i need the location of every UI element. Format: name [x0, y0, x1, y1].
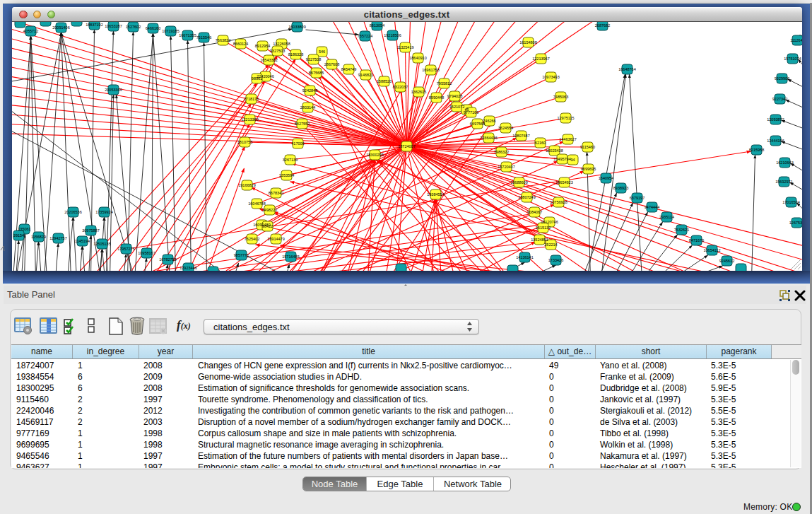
- svg-text:39154: 39154: [13, 233, 23, 238]
- svg-text:16210643: 16210643: [776, 160, 793, 165]
- svg-text:15716485: 15716485: [282, 255, 299, 259]
- svg-text:4055712: 4055712: [23, 29, 37, 33]
- svg-text:11325419: 11325419: [396, 45, 413, 49]
- svg-text:14463627: 14463627: [559, 137, 576, 141]
- svg-text:12093872: 12093872: [767, 117, 784, 122]
- svg-text:62160: 62160: [534, 141, 545, 145]
- svg-text:7485063: 7485063: [553, 95, 567, 99]
- svg-text:12975115: 12975115: [557, 116, 574, 120]
- svg-text:19218506: 19218506: [384, 33, 401, 37]
- svg-text:6466160: 6466160: [145, 26, 160, 30]
- svg-text:16914479: 16914479: [267, 237, 284, 241]
- svg-text:98961: 98961: [251, 76, 261, 81]
- svg-text:14136141: 14136141: [516, 255, 533, 259]
- svg-text:9242848: 9242848: [302, 88, 317, 93]
- svg-text:12444156: 12444156: [767, 139, 784, 143]
- svg-text:8813054: 8813054: [369, 23, 384, 28]
- svg-text:15720407: 15720407: [498, 165, 514, 169]
- svg-text:1615132: 1615132: [535, 226, 550, 230]
- svg-text:16046788: 16046788: [248, 201, 265, 206]
- svg-text:1640954: 1640954: [598, 176, 613, 180]
- svg-text:16033809: 16033809: [288, 25, 305, 29]
- svg-text:1353594: 1353594: [278, 173, 293, 177]
- svg-text:6497568: 6497568: [469, 122, 484, 126]
- svg-text:12923446: 12923446: [180, 266, 196, 270]
- svg-text:135061: 135061: [18, 227, 30, 231]
- svg-text:8215958: 8215958: [748, 148, 763, 152]
- svg-text:13524851: 13524851: [531, 238, 548, 242]
- svg-text:3498222: 3498222: [261, 208, 276, 212]
- svg-text:8186328: 8186328: [288, 52, 302, 57]
- svg-text:9115460: 9115460: [579, 145, 594, 149]
- svg-text:252214: 252214: [544, 243, 557, 247]
- svg-text:8675685: 8675685: [308, 71, 323, 75]
- svg-text:98422: 98422: [261, 224, 272, 228]
- svg-text:2718176: 2718176: [243, 97, 258, 101]
- svg-text:3624554: 3624554: [498, 126, 512, 130]
- svg-text:9084067: 9084067: [526, 210, 541, 214]
- svg-text:10654112: 10654112: [703, 248, 720, 252]
- svg-text:2803144: 2803144: [300, 105, 314, 110]
- svg-text:8990448: 8990448: [428, 95, 443, 100]
- svg-text:8454749: 8454749: [341, 67, 355, 71]
- svg-text:20364436: 20364436: [480, 136, 497, 140]
- svg-text:18640910: 18640910: [409, 56, 426, 60]
- svg-text:1733426: 1733426: [548, 258, 563, 262]
- svg-text:17957275: 17957275: [117, 247, 134, 251]
- svg-text:10807487: 10807487: [512, 134, 529, 138]
- svg-text:10958167: 10958167: [138, 251, 155, 255]
- svg-text:19166829: 19166829: [238, 183, 255, 187]
- svg-text:2867608: 2867608: [324, 62, 339, 66]
- svg-text:20053346: 20053346: [105, 88, 122, 92]
- svg-text:13495794: 13495794: [553, 157, 570, 161]
- svg-text:13226058: 13226058: [273, 42, 290, 46]
- svg-text:16154808: 16154808: [519, 40, 536, 45]
- svg-text:10025438: 10025438: [546, 148, 563, 153]
- svg-text:12213369: 12213369: [241, 117, 258, 122]
- svg-text:7663822: 7663822: [215, 38, 230, 42]
- svg-text:20091406: 20091406: [52, 25, 69, 30]
- svg-text:8938923: 8938923: [613, 186, 628, 190]
- svg-text:1810755: 1810755: [237, 140, 252, 144]
- svg-text:3267130: 3267130: [282, 158, 297, 162]
- svg-text:12213967: 12213967: [532, 57, 549, 61]
- svg-text:19384554: 19384554: [427, 192, 444, 197]
- svg-text:9327508: 9327508: [305, 57, 320, 62]
- svg-text:8678342: 8678342: [268, 191, 283, 195]
- svg-text:10719185: 10719185: [162, 29, 179, 33]
- svg-text:1145194: 1145194: [74, 239, 89, 243]
- svg-text:7357224: 7357224: [357, 34, 372, 38]
- svg-text:15751074: 15751074: [784, 57, 801, 61]
- svg-text:19654923: 19654923: [555, 180, 572, 185]
- svg-text:8912954: 8912954: [254, 44, 269, 48]
- svg-text:417006: 417006: [291, 141, 304, 146]
- svg-text:1156829: 1156829: [30, 235, 45, 239]
- svg-text:15692971: 15692971: [775, 180, 792, 184]
- svg-text:10973493: 10973493: [542, 75, 559, 79]
- svg-text:12505135: 12505135: [93, 242, 110, 246]
- svg-text:7515546: 7515546: [196, 35, 211, 40]
- svg-text:2935114: 2935114: [659, 215, 673, 219]
- svg-text:9146821: 9146821: [358, 73, 372, 77]
- svg-text:16961758: 16961758: [422, 68, 439, 72]
- svg-text:8322037: 8322037: [392, 85, 407, 89]
- svg-text:1267534: 1267534: [789, 221, 801, 225]
- svg-text:16120746: 16120746: [541, 220, 558, 224]
- svg-text:8471676: 8471676: [688, 238, 703, 243]
- svg-text:9699695: 9699695: [580, 167, 595, 171]
- svg-text:18807249: 18807249: [518, 195, 535, 199]
- svg-text:10756928: 10756928: [550, 200, 567, 204]
- svg-text:1588520: 1588520: [376, 79, 391, 83]
- svg-text:16671355: 16671355: [179, 33, 196, 37]
- svg-text:16782759: 16782759: [159, 257, 176, 262]
- svg-text:9794028: 9794028: [447, 94, 461, 98]
- svg-text:9327503: 9327503: [269, 49, 284, 53]
- svg-text:1621072: 1621072: [449, 105, 464, 109]
- svg-text:18837192: 18837192: [86, 23, 102, 27]
- svg-text:6379197: 6379197: [629, 196, 644, 200]
- svg-text:18724007: 18724007: [398, 144, 415, 148]
- svg-text:9245612: 9245612: [719, 259, 734, 263]
- svg-text:1527602: 1527602: [125, 25, 140, 29]
- svg-text:94: 94: [570, 158, 575, 162]
- svg-text:30975887: 30975887: [82, 228, 99, 233]
